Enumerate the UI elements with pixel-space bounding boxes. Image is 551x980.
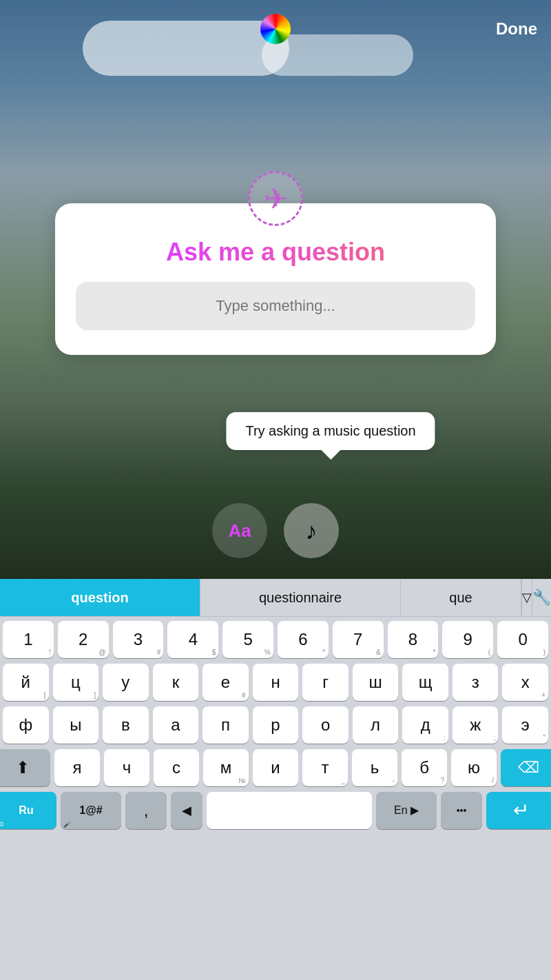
keyboard-area: question questionnaire que ▽ 🔧 1 ! 2 @ bbox=[0, 579, 551, 980]
plane-emoji: ✈ bbox=[264, 182, 288, 216]
language-button[interactable]: Ru ⚙ bbox=[0, 792, 56, 829]
color-picker-icon[interactable] bbox=[260, 14, 291, 44]
delete-button[interactable]: ⌫ bbox=[501, 749, 551, 786]
space-key[interactable] bbox=[207, 792, 372, 829]
number-row: 1 ! 2 @ 3 # 4 $ 5 % 6 ^ bbox=[3, 621, 548, 658]
tooltip-bubble: Try asking a music question bbox=[226, 412, 435, 450]
key-л[interactable]: л bbox=[353, 706, 399, 744]
key-ю[interactable]: ю/ bbox=[451, 749, 497, 786]
key-0[interactable]: 0 ) bbox=[497, 621, 548, 658]
text-style-label: Aa bbox=[228, 520, 251, 542]
music-button[interactable]: ♪ bbox=[284, 503, 339, 558]
bottom-row: Ru ⚙ 1@# 🎤 , ◀ En ▶ ••• ↵ bbox=[3, 792, 548, 829]
key-е[interactable]: её bbox=[202, 664, 249, 701]
key-н[interactable]: н bbox=[253, 664, 299, 701]
key-п[interactable]: п bbox=[202, 706, 249, 744]
autocomplete-bar: question questionnaire que ▽ 🔧 bbox=[0, 579, 551, 617]
card-inner: Ask me a question bbox=[76, 238, 475, 330]
autocomplete-item-2[interactable]: que bbox=[401, 579, 521, 616]
keyboard-rows: 1 ! 2 @ 3 # 4 $ 5 % 6 ^ bbox=[0, 617, 551, 829]
key-э[interactable]: э" bbox=[502, 706, 548, 744]
autocomplete-expand[interactable]: ▽ bbox=[521, 579, 532, 616]
autocomplete-label-1: questionnaire bbox=[259, 590, 342, 606]
cyrillic-row-3: ⬆ я ч с м№ и т_ ь- б? ю/ ⌫ bbox=[3, 749, 548, 786]
action-row: Aa ♪ bbox=[212, 503, 339, 558]
key-1[interactable]: 1 ! bbox=[3, 621, 54, 658]
autocomplete-item-0[interactable]: question bbox=[0, 579, 200, 616]
key-7[interactable]: 7 & bbox=[333, 621, 384, 658]
question-card: Ask me a question bbox=[55, 203, 496, 355]
key-ж[interactable]: ж; bbox=[453, 706, 499, 744]
key-и[interactable]: и bbox=[253, 749, 298, 786]
plane-sticker: ✈ bbox=[248, 171, 303, 226]
key-ф[interactable]: ф bbox=[3, 706, 49, 744]
comma-key[interactable]: , bbox=[125, 792, 167, 829]
key-ы[interactable]: ы bbox=[53, 706, 99, 744]
autocomplete-label-2: que bbox=[449, 590, 472, 606]
key-о[interactable]: о bbox=[302, 706, 349, 744]
key-д[interactable]: д: bbox=[402, 706, 448, 744]
cyrillic-row-2: ф ы в а п р о л д: ж; э" bbox=[3, 706, 548, 744]
en-button[interactable]: En ▶ bbox=[376, 792, 437, 829]
music-icon: ♪ bbox=[306, 518, 318, 544]
cyrillic-row-1: й[ ц] у к её н г ш щ з х+ bbox=[3, 664, 548, 701]
text-style-button[interactable]: Aa bbox=[212, 503, 267, 558]
autocomplete-label-0: question bbox=[71, 590, 128, 606]
key-ь[interactable]: ь- bbox=[352, 749, 397, 786]
key-4[interactable]: 4 $ bbox=[167, 621, 218, 658]
symbols-button[interactable]: 1@# 🎤 bbox=[61, 792, 121, 829]
key-6[interactable]: 6 ^ bbox=[278, 621, 329, 658]
key-з[interactable]: з bbox=[453, 664, 499, 701]
ellipsis-key[interactable]: ••• bbox=[441, 792, 482, 829]
key-3[interactable]: 3 # bbox=[113, 621, 164, 658]
shift-button[interactable]: ⬆ bbox=[0, 749, 50, 786]
key-ч[interactable]: ч bbox=[104, 749, 149, 786]
key-2[interactable]: 2 @ bbox=[58, 621, 109, 658]
key-5[interactable]: 5 % bbox=[222, 621, 273, 658]
key-а[interactable]: а bbox=[153, 706, 199, 744]
key-г[interactable]: г bbox=[302, 664, 349, 701]
key-к[interactable]: к bbox=[153, 664, 199, 701]
key-б[interactable]: б? bbox=[402, 749, 447, 786]
key-т[interactable]: т_ bbox=[302, 749, 348, 786]
key-я[interactable]: я bbox=[54, 749, 100, 786]
top-bar: Done bbox=[0, 14, 551, 44]
key-й[interactable]: й[ bbox=[3, 664, 49, 701]
expand-icon: ▽ bbox=[522, 590, 532, 605]
plane-circle: ✈ bbox=[248, 171, 303, 226]
key-8[interactable]: 8 * bbox=[388, 621, 439, 658]
tool-icon: 🔧 bbox=[532, 589, 551, 606]
key-м[interactable]: м№ bbox=[203, 749, 249, 786]
key-ш[interactable]: ш bbox=[353, 664, 399, 701]
done-button[interactable]: Done bbox=[496, 19, 537, 39]
tooltip-text: Try asking a music question bbox=[245, 423, 415, 438]
question-input[interactable] bbox=[76, 282, 475, 330]
left-arrow-key[interactable]: ◀ bbox=[171, 792, 202, 829]
key-х[interactable]: х+ bbox=[502, 664, 548, 701]
key-с[interactable]: с bbox=[154, 749, 199, 786]
autocomplete-item-1[interactable]: questionnaire bbox=[200, 579, 401, 616]
ask-title: Ask me a question bbox=[166, 238, 385, 267]
key-у[interactable]: у bbox=[103, 664, 149, 701]
autocomplete-tool[interactable]: 🔧 bbox=[532, 579, 551, 616]
return-button[interactable]: ↵ bbox=[486, 792, 551, 829]
key-в[interactable]: в bbox=[103, 706, 149, 744]
key-ц[interactable]: ц] bbox=[53, 664, 99, 701]
key-9[interactable]: 9 ( bbox=[442, 621, 493, 658]
key-щ[interactable]: щ bbox=[402, 664, 448, 701]
key-р[interactable]: р bbox=[253, 706, 299, 744]
